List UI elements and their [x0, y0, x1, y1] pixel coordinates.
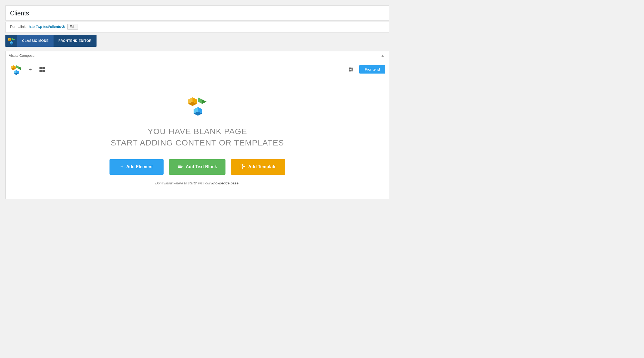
template-icon: [240, 164, 245, 170]
svg-marker-16: [19, 67, 21, 70]
svg-rect-18: [42, 67, 45, 69]
svg-rect-17: [39, 67, 42, 69]
vc-logo-large: [187, 95, 208, 118]
add-element-button[interactable]: + Add Element: [109, 159, 164, 175]
permalink-edit-button[interactable]: Edit: [67, 24, 78, 30]
vc-toolbar-left: +: [9, 63, 47, 76]
fullscreen-button[interactable]: [334, 65, 343, 74]
settings-button[interactable]: [347, 65, 355, 74]
blank-page-heading: YOU HAVE BLANK PAGE START ADDING CONTENT…: [111, 126, 284, 148]
mode-bar-logo: [5, 35, 17, 47]
permalink-link[interactable]: http://wp-test/clients-2/: [29, 25, 65, 29]
permalink-label: Permalink:: [10, 25, 26, 29]
plus-icon: +: [28, 67, 32, 72]
help-text: Don't know where to start? Visit our kno…: [155, 181, 240, 185]
svg-rect-19: [39, 70, 42, 72]
svg-marker-6: [12, 38, 13, 40]
svg-marker-8: [13, 39, 15, 40]
svg-marker-29: [202, 100, 207, 104]
plus-circle-icon: +: [120, 164, 124, 170]
vc-blank-content: YOU HAVE BLANK PAGE START ADDING CONTENT…: [6, 79, 389, 199]
add-template-button[interactable]: Add Template: [231, 159, 285, 175]
vc-collapse-button[interactable]: ▲: [379, 54, 386, 58]
svg-marker-15: [16, 65, 19, 69]
vc-panel-header: Visual Composer ▲: [6, 51, 389, 60]
knowledge-base-link[interactable]: knowledge base: [211, 181, 238, 185]
add-element-label: Add Element: [126, 164, 153, 169]
permalink-row: Permalink: http://wp-test/clients-2/ Edi…: [5, 22, 389, 33]
svg-rect-32: [178, 167, 181, 168]
vc-panel-title: Visual Composer: [9, 54, 36, 58]
page-title: Clients: [10, 9, 385, 18]
svg-rect-34: [243, 164, 245, 166]
add-text-block-label: Add Text Block: [186, 164, 217, 169]
action-buttons-group: + Add Element Add Text Block: [109, 159, 285, 175]
vc-toolbar-right: Frontend: [334, 65, 385, 74]
svg-rect-30: [178, 165, 181, 165]
add-template-label: Add Template: [248, 164, 277, 169]
svg-rect-33: [240, 164, 242, 169]
svg-rect-31: [178, 166, 182, 167]
vc-panel: Visual Composer ▲: [5, 51, 389, 199]
vc-toolbar: +: [6, 60, 389, 79]
add-element-toolbar-button[interactable]: +: [27, 65, 33, 74]
grid-layout-button[interactable]: [38, 65, 47, 74]
classic-mode-button[interactable]: CLASSIC MODE: [17, 35, 54, 47]
frontend-button[interactable]: Frontend: [359, 65, 385, 74]
mode-bar: CLASSIC MODE FRONTEND EDITOR: [5, 35, 97, 47]
svg-marker-28: [198, 97, 202, 104]
frontend-editor-button[interactable]: FRONTEND EDITOR: [54, 35, 97, 47]
svg-rect-35: [243, 167, 245, 169]
svg-rect-20: [42, 70, 45, 72]
add-text-block-button[interactable]: Add Text Block: [169, 159, 225, 175]
svg-point-21: [350, 68, 352, 70]
text-block-icon: [178, 164, 183, 170]
vc-logo-button[interactable]: [9, 63, 22, 76]
